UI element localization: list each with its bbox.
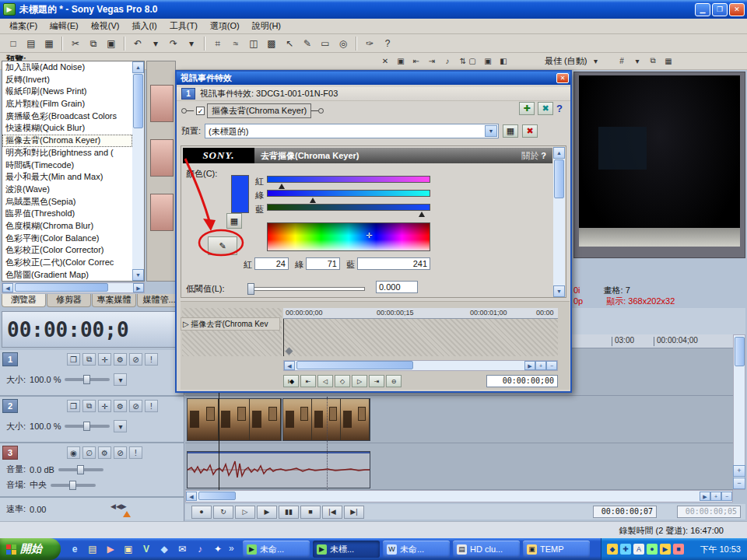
menu-item[interactable]: 選項(O) bbox=[204, 19, 246, 33]
scroll-right-icon[interactable]: ▶ bbox=[700, 492, 710, 501]
end-timecode[interactable]: 00:00:00;05 bbox=[677, 506, 741, 518]
effect-item[interactable]: 色彩平衡(Color Balance) bbox=[2, 233, 132, 245]
grid-overlay-icon[interactable]: # bbox=[615, 54, 629, 68]
taskbar-button[interactable]: W 未命... bbox=[383, 541, 450, 558]
tray-icon-5[interactable]: ▶ bbox=[660, 544, 671, 555]
zoom-edit-tool-icon[interactable]: ◎ bbox=[335, 36, 352, 51]
scrollbar-thumb[interactable] bbox=[198, 492, 236, 500]
rate-marker-icon[interactable] bbox=[123, 511, 131, 517]
layers-icon[interactable]: ⧉ bbox=[82, 400, 96, 412]
solo-icon[interactable]: ! bbox=[145, 353, 158, 366]
taskbar-button[interactable]: ▶ 未標... bbox=[313, 541, 380, 558]
volume-envelope[interactable] bbox=[188, 452, 370, 453]
track-fx-icon[interactable]: ⚙ bbox=[114, 353, 127, 366]
taskbar-button[interactable]: ▣ TEMP bbox=[523, 541, 590, 558]
keyframe-timecode[interactable]: 00:00:00;00 bbox=[486, 375, 558, 387]
effect-item[interactable]: 摳像去背(Chroma Keyer) bbox=[2, 135, 132, 147]
taskbar-button[interactable]: ▤ HD clu... bbox=[453, 541, 520, 558]
envelope-edit-tool-icon[interactable]: ✎ bbox=[299, 36, 316, 51]
help-icon[interactable]: ? bbox=[379, 36, 396, 51]
preview-quality-dropdown-icon[interactable]: ▾ bbox=[588, 54, 602, 68]
effect-item[interactable]: 色彩校正(二代)(Color Correc bbox=[2, 257, 132, 269]
media-thumbnail[interactable] bbox=[150, 139, 174, 177]
pause-button[interactable]: ▮▮ bbox=[279, 506, 299, 519]
effect-item[interactable]: 加入訊噪(Add Noise) bbox=[2, 61, 132, 74]
panel-tab[interactable]: 瀏覽器 bbox=[2, 294, 46, 307]
effect-item[interactable]: 反轉(Invert) bbox=[2, 74, 132, 86]
mail-icon[interactable]: ✉ bbox=[174, 541, 190, 558]
mute-icon[interactable]: ⊘ bbox=[129, 400, 142, 412]
media-thumbnail[interactable] bbox=[150, 85, 174, 122]
track-size-slider[interactable] bbox=[65, 378, 110, 381]
taskbar-button[interactable]: ▶ 未命... bbox=[243, 541, 310, 558]
low-threshold-field[interactable]: 0.000 bbox=[376, 281, 418, 293]
go-to-start-button[interactable]: |◀ bbox=[322, 506, 342, 519]
color-spectrum-picker[interactable]: ✛ bbox=[267, 222, 430, 251]
effect-item[interactable]: 快速模糊(Quick Blur) bbox=[2, 122, 132, 135]
minimize-button[interactable]: ▁ bbox=[695, 3, 710, 16]
paste-icon[interactable]: ▣ bbox=[103, 36, 120, 51]
go-to-end-button[interactable]: ▶| bbox=[344, 506, 364, 519]
music-icon[interactable]: ♪ bbox=[192, 541, 208, 558]
lock-envelopes-icon[interactable]: ◫ bbox=[245, 36, 262, 51]
save-frame-icon[interactable]: ▦ bbox=[661, 54, 675, 68]
effect-item[interactable]: 明亮和對比(Brightness and ( bbox=[2, 147, 132, 159]
effect-item[interactable]: 底片顆粒(Film Grain) bbox=[2, 98, 132, 110]
tray-icon-1[interactable]: ◆ bbox=[607, 544, 618, 555]
scrollbar-thumb[interactable] bbox=[554, 159, 564, 198]
layers-icon[interactable]: ⧉ bbox=[82, 353, 96, 366]
menu-item[interactable]: 工具(T) bbox=[163, 19, 204, 33]
sync-cursor-button[interactable]: I◆ bbox=[283, 375, 299, 387]
first-keyframe-button[interactable]: ⇤ bbox=[300, 375, 316, 387]
zoom-in-track-height-icon[interactable]: + bbox=[733, 465, 745, 477]
next-keyframe-button[interactable]: ▷ bbox=[352, 375, 367, 387]
save-project-icon[interactable]: ▦ bbox=[40, 36, 58, 51]
solo-icon[interactable]: ! bbox=[129, 446, 142, 459]
vegas-icon[interactable]: V bbox=[139, 541, 154, 558]
effect-item[interactable]: 烏賊墨黑色(Sepia) bbox=[2, 196, 132, 208]
scrollbar-thumb[interactable] bbox=[133, 74, 143, 128]
tray-icon-2[interactable]: ✚ bbox=[620, 544, 631, 555]
zoom-in-time-icon[interactable]: + bbox=[710, 492, 721, 501]
media-thumbnail[interactable] bbox=[150, 194, 174, 231]
new-project-icon[interactable]: □ bbox=[5, 36, 22, 51]
track-header-2[interactable]: 2 ❐⧉✛⚙⊘! 大小: 100.0 % ▾ bbox=[0, 397, 184, 443]
delete-keyframe-button[interactable]: ⊖ bbox=[386, 375, 402, 387]
effect-item[interactable]: 廣播級色彩(Broadcast Colors bbox=[2, 110, 132, 123]
video-event-1[interactable] bbox=[187, 398, 282, 441]
menu-item[interactable]: 編輯(E) bbox=[44, 19, 85, 33]
low-threshold-slider[interactable] bbox=[250, 287, 365, 291]
stop-button[interactable]: ■ bbox=[300, 506, 321, 519]
timeline-timecode-display[interactable]: 00:00:00;0 bbox=[2, 311, 184, 348]
photo-icon[interactable]: ◆ bbox=[156, 541, 172, 558]
invert-phase-icon[interactable]: ∅ bbox=[82, 446, 96, 459]
track-number-badge[interactable]: 2 bbox=[2, 399, 18, 413]
plugin-help-button[interactable]: ? bbox=[556, 103, 563, 114]
scroll-left-icon[interactable]: ◀ bbox=[2, 283, 13, 292]
keyframe-diamond-icon[interactable] bbox=[286, 348, 293, 355]
zoom-out-track-height-icon[interactable]: − bbox=[733, 478, 745, 489]
add-plugin-button[interactable]: ✚ bbox=[519, 102, 535, 115]
scroll-left-icon[interactable]: ◀ bbox=[186, 492, 197, 501]
track-fx-icon[interactable]: ⚙ bbox=[98, 446, 111, 459]
menu-item[interactable]: 說明(H) bbox=[246, 19, 287, 33]
open-project-icon[interactable]: ▤ bbox=[23, 36, 40, 51]
split-screen-icon[interactable]: ◧ bbox=[496, 54, 510, 68]
scroll-left-icon[interactable]: ◀ bbox=[284, 361, 295, 370]
scroll-right-icon[interactable]: ▶ bbox=[524, 361, 535, 370]
eyedropper-button[interactable]: ✎ bbox=[208, 236, 237, 255]
scroll-up-icon[interactable]: ▲ bbox=[553, 147, 565, 159]
auto-ripple-icon[interactable]: ≈ bbox=[227, 36, 244, 51]
scrollbar-thumb[interactable] bbox=[296, 361, 413, 369]
audio-event[interactable] bbox=[187, 451, 370, 488]
composite-mode-icon[interactable]: ▾ bbox=[114, 420, 127, 432]
loop-playback-button[interactable]: ↻ bbox=[213, 506, 233, 519]
effect-item[interactable]: 臨界值(Threshold) bbox=[2, 208, 132, 220]
effect-item[interactable]: 色彩校正(Color Corrector) bbox=[2, 244, 132, 257]
play-button[interactable]: ▶ bbox=[257, 506, 277, 519]
region-icon[interactable]: ▣ bbox=[394, 54, 408, 68]
scrollbar-thumb[interactable] bbox=[15, 283, 108, 292]
effects-scrollbar[interactable]: ▲ ▼ bbox=[132, 61, 144, 281]
record-arm-icon[interactable]: ◉ bbox=[67, 446, 80, 459]
scroll-up-icon[interactable]: ▲ bbox=[132, 61, 144, 73]
